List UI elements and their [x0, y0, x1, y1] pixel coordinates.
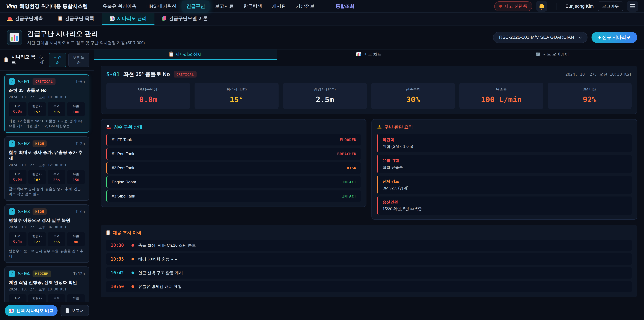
nav-item-reports[interactable]: 보고자료: [210, 1, 238, 12]
siren-icon: [8, 17, 12, 20]
scenario-description: 좌현 35° 충돌로 No.1P 화물탱크 파공, 벙커C유 유출 개시. 좌현…: [9, 119, 85, 129]
scenario-checkbox[interactable]: [9, 140, 15, 147]
detail-timestamp: 2024. 10. 27. 오전 10:30 KST: [565, 72, 632, 77]
timeline-row: 10:42인근 선박 구조 활동 개시: [106, 267, 632, 278]
tab-rescue-forecast[interactable]: 긴급구난예측: [0, 13, 51, 25]
divider: [93, 3, 93, 10]
stat-list: 횡경사15°: [28, 102, 46, 116]
notification-button[interactable]: [536, 1, 547, 12]
page-header: 긴급구난 시나리오 관리 시간 단계별 시나리오 비교·검토 및 구난 의사결정…: [0, 26, 644, 50]
timeline-dot-icon: [132, 258, 134, 260]
nav-item-oil-spill-forecast[interactable]: 유출유 확산예측: [98, 1, 141, 12]
tab-rescue-model-theory[interactable]: 긴급구난모델 이론: [154, 13, 216, 25]
assessment-value: BM 92% (경계): [382, 186, 627, 191]
timeline-row: 10:30충돌 발생, VHF Ch.16 조난 통보: [106, 240, 632, 251]
compartment-status: BREACHED: [337, 152, 356, 156]
stat-value: 0.8m: [10, 109, 26, 113]
compartment-name: Engine Room: [112, 180, 136, 184]
scenario-checkbox[interactable]: [9, 78, 15, 85]
stat-label: 횡경사: [29, 104, 45, 109]
scenario-card-s02[interactable]: S-02 HIGH T+2h 침수 확대로 경사 증가, 유출량 증가 추세 2…: [4, 136, 89, 201]
scenario-card-s03[interactable]: S-03 HIGH T+6h 평형수 이동으로 경사 일부 복원 2024. 1…: [4, 204, 89, 263]
nav-item-weather[interactable]: 기상정보: [291, 1, 319, 12]
scenario-title: 평형수 이동으로 경사 일부 복원: [9, 217, 85, 223]
nav-item-integrated-search[interactable]: 통합조회: [331, 1, 359, 12]
stat-value: 35%: [49, 240, 64, 244]
nav-item-hns-dispersion[interactable]: HNS·대기확산: [142, 1, 181, 12]
compare-scenarios-button[interactable]: 선택 시나리오 비교: [5, 305, 58, 316]
severity-badge: HIGH: [32, 140, 46, 147]
timeline-time: 10:35: [111, 256, 128, 262]
scenario-datetime: 2024. 10. 27. 오전 10:30 KST: [9, 95, 85, 100]
scenario-checkbox[interactable]: [9, 270, 15, 277]
compartment-row: #2 Port TankRISK: [106, 162, 361, 174]
time-offset: T+6h: [76, 209, 85, 214]
scenario-card-s01[interactable]: S-01 CRITICAL T+0h 좌현 35° 충돌로 No 2024. 1…: [4, 74, 89, 133]
stat-list: 횡경사18°: [28, 170, 46, 184]
clipboard-icon: [4, 58, 8, 62]
warning-icon: [377, 125, 382, 130]
tab-map-overlay[interactable]: 지도 오버레이: [461, 50, 644, 60]
incident-dot-icon: [499, 5, 502, 8]
stat-spill: 유출80: [67, 232, 85, 246]
kpi-label: 유출률: [461, 87, 541, 92]
stat-label: 횡경사: [29, 234, 45, 239]
severity-badge: CRITICAL: [32, 78, 55, 85]
assessment-label: 승선인원: [382, 199, 627, 205]
scenario-checkbox[interactable]: [9, 208, 15, 215]
scenario-datetime: 2024. 10. 27. 오후 12:30 KST: [9, 163, 85, 167]
logout-button[interactable]: 로그아웃: [598, 2, 623, 11]
stat-gm: GM0.6m: [9, 294, 26, 302]
app-header: Ving 해양환경 위기대응 통합시스템 유출유 확산예측 HNS·대기확산 긴…: [0, 0, 644, 13]
compartment-row: #1 Port TankBREACHED: [106, 148, 361, 160]
panel-title: 대응 조치 이력: [106, 230, 632, 236]
kpi-label: 횡경사 (List): [196, 87, 276, 92]
sidebar-footer: 선택 시나리오 비교 보고서: [0, 302, 94, 320]
stat-value: 0.4m: [10, 239, 26, 243]
timeline-time: 10:42: [111, 270, 128, 275]
stat-buoyancy: 부력25%: [48, 170, 66, 184]
tab-label: 비교 차트: [364, 52, 382, 57]
tab-label: 지도 오버레이: [543, 52, 569, 57]
ship-icon: [106, 125, 111, 129]
scenario-title: 예인 작업 진행중, 선체 안정화 확인: [9, 279, 85, 285]
scenario-id: S-03: [18, 209, 30, 214]
scenario-card-s04[interactable]: S-04 MEDIUM T+12h 예인 작업 진행중, 선체 안정화 확인 2…: [4, 266, 89, 302]
scenario-description: 침수 확대로 경사 증가, 유출량 증가 추세. 긴급 이초 작업 검토 필요.: [9, 186, 85, 197]
nav-item-emergency-rescue[interactable]: 긴급구난: [182, 1, 210, 12]
timeline-dot-icon: [132, 285, 134, 288]
scenario-id: S-02: [18, 141, 30, 147]
page-icon: [7, 30, 22, 45]
tab-scenario-detail[interactable]: 시나리오 상세: [94, 50, 277, 60]
menu-button[interactable]: [627, 1, 638, 12]
nav-item-aerial-search[interactable]: 항공탐색: [239, 1, 266, 12]
tab-comparison-chart[interactable]: 비교 차트: [277, 50, 460, 60]
sort-by-risk-button[interactable]: 위험도순: [68, 53, 89, 67]
sort-by-time-button[interactable]: 시간순: [49, 53, 66, 67]
incident-status-badge: 사고 진행중: [494, 1, 532, 11]
kpi-spill-rate: 유출률100 L/min: [459, 83, 543, 109]
timeline-time: 10:50: [111, 284, 128, 289]
incident-status-label: 사고 진행중: [504, 3, 527, 9]
new-scenario-button[interactable]: + 신규 시나리오: [592, 32, 637, 43]
hamburger-menu-icon: [630, 4, 635, 8]
stat-label: 유출: [68, 234, 84, 239]
document-icon: [66, 308, 69, 313]
tab-rescue-list[interactable]: 긴급구난 목록: [51, 13, 102, 25]
detail-tabs: 시나리오 상세 비교 차트 지도 오버레이: [94, 50, 644, 60]
kpi-value: 30%: [373, 95, 453, 104]
timeline-text: 유출유 방제선 배치 요청: [138, 284, 182, 289]
stat-value: 80: [68, 240, 84, 244]
tab-scenario-management[interactable]: 시나리오 관리: [102, 13, 154, 25]
scenario-sidebar: 시나리오 목록 (5개) 시간순 위험도순 S-01 CRITICAL T+0h…: [0, 50, 94, 320]
stat-label: 횡경사: [29, 172, 45, 177]
nav-item-board[interactable]: 게시판: [268, 1, 290, 12]
divider: [325, 3, 325, 10]
kpi-label: BM 비율: [550, 87, 630, 92]
timeline-text: 인근 선박 구조 활동 개시: [138, 270, 183, 275]
case-select-dropdown[interactable]: RSC-2026-001·M/V SEA GUARDIAN: [493, 32, 588, 43]
stat-list: 횡경사8°: [28, 294, 46, 302]
report-button[interactable]: 보고서: [60, 305, 89, 316]
main-nav: 유출유 확산예측 HNS·대기확산 긴급구난 보고자료 항공탐색 게시판 기상정…: [98, 1, 359, 12]
stat-value: 100: [68, 110, 84, 114]
